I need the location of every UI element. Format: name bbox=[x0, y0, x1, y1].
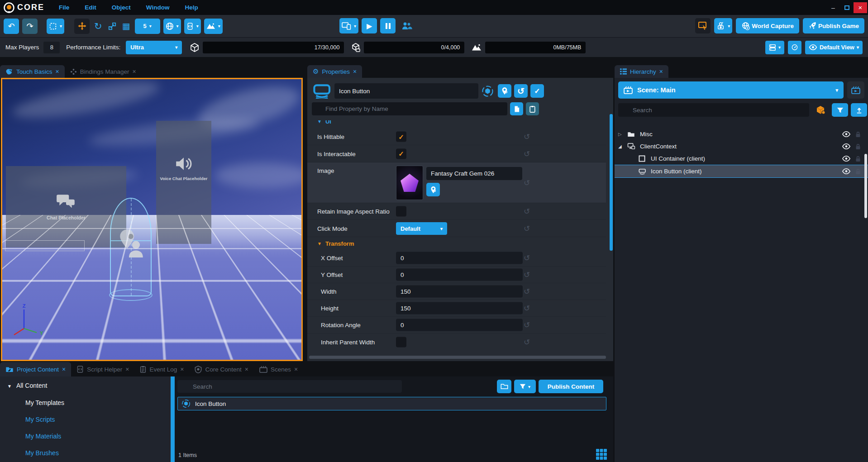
performance-limits-dropdown[interactable]: Ultra ▾ bbox=[126, 41, 182, 54]
tree-node-clientcontext[interactable]: ◢ ClientContext bbox=[615, 140, 868, 152]
copy-properties-button[interactable] bbox=[510, 102, 523, 115]
x-offset-field[interactable] bbox=[396, 252, 523, 264]
property-search-input[interactable] bbox=[312, 102, 507, 115]
hierarchy-search-input[interactable] bbox=[618, 103, 809, 117]
script-dropdown[interactable]: ▾ bbox=[184, 19, 201, 34]
lock-icon[interactable] bbox=[855, 156, 861, 162]
device-preview-dropdown[interactable]: ▾ bbox=[339, 18, 358, 33]
close-tab-icon[interactable]: × bbox=[294, 366, 298, 373]
sidebar-item-all-content[interactable]: ▼All Content bbox=[7, 382, 47, 389]
tab-core-content[interactable]: Core Content × bbox=[189, 362, 253, 376]
reset-property-icon[interactable]: ↺ bbox=[524, 304, 530, 313]
sidebar-item-my-brushes[interactable]: My Brushes bbox=[25, 449, 59, 457]
section-header-transform[interactable]: ▼ Transform bbox=[307, 237, 606, 250]
close-tab-icon[interactable]: × bbox=[353, 68, 357, 75]
content-filter-dropdown[interactable]: ▾ bbox=[514, 380, 536, 393]
tree-node-icon-button-selected[interactable]: Icon Button (client) bbox=[615, 165, 868, 178]
expand-open-icon[interactable]: ◢ bbox=[618, 144, 622, 149]
properties-horizontal-scrollbar[interactable] bbox=[309, 356, 606, 359]
reset-property-icon[interactable]: ↺ bbox=[524, 337, 530, 347]
collapse-export-button[interactable] bbox=[851, 103, 867, 117]
screen-select-button[interactable] bbox=[695, 18, 711, 33]
tab-properties[interactable]: ⚙ Properties × bbox=[307, 65, 362, 78]
scene-selector-dropdown[interactable]: Scene: Main ▾ bbox=[618, 81, 844, 99]
world-capture-button[interactable]: World Capture bbox=[736, 18, 799, 33]
reset-property-icon[interactable]: ↺ bbox=[524, 207, 530, 216]
grid-view-button[interactable] bbox=[596, 448, 607, 460]
tab-event-log[interactable]: Event Log × bbox=[134, 362, 189, 376]
server-view-dropdown[interactable]: ▾ bbox=[765, 41, 784, 54]
reset-property-icon[interactable]: ↺ bbox=[524, 287, 530, 296]
image-asset-thumbnail[interactable] bbox=[396, 166, 423, 200]
terrain-dropdown[interactable]: ▾ bbox=[204, 19, 223, 34]
image-pin-button[interactable] bbox=[426, 183, 440, 196]
import-folder-button[interactable] bbox=[497, 380, 511, 393]
click-mode-dropdown[interactable]: Default ▾ bbox=[396, 222, 447, 235]
reset-all-button[interactable]: ↺ bbox=[514, 84, 528, 98]
tab-script-helper[interactable]: Script Helper × bbox=[71, 362, 134, 376]
retain-aspect-checkbox[interactable]: ✓ bbox=[396, 206, 406, 217]
minimize-button[interactable]: – bbox=[826, 2, 840, 13]
close-tab-icon[interactable]: × bbox=[125, 366, 129, 373]
max-players-value[interactable]: 8 bbox=[43, 42, 60, 53]
expand-collapsed-icon[interactable]: ▷ bbox=[618, 132, 622, 137]
sidebar-item-my-materials[interactable]: My Materials bbox=[25, 433, 61, 440]
publish-game-button[interactable]: Publish Game bbox=[803, 18, 864, 33]
play-button[interactable]: ▶ bbox=[362, 18, 377, 33]
maximize-button[interactable] bbox=[840, 2, 854, 13]
lock-icon[interactable] bbox=[855, 131, 861, 138]
default-context-button[interactable] bbox=[813, 103, 829, 117]
reset-property-icon[interactable]: ↺ bbox=[524, 149, 530, 158]
visibility-eye-icon[interactable] bbox=[842, 143, 851, 149]
reset-property-icon[interactable]: ↺ bbox=[524, 224, 530, 233]
apply-button[interactable]: ✓ bbox=[530, 84, 544, 98]
menu-window[interactable]: Window bbox=[146, 4, 170, 11]
tab-project-content[interactable]: Project Content × bbox=[0, 362, 71, 376]
close-tab-icon[interactable]: × bbox=[245, 366, 248, 373]
snap-size-dropdown[interactable]: 5 ▾ bbox=[135, 19, 160, 34]
visibility-eye-icon[interactable] bbox=[842, 168, 851, 174]
tab-scenes[interactable]: Scenes × bbox=[254, 362, 303, 376]
spawn-point-capsule[interactable] bbox=[110, 198, 152, 296]
lock-icon[interactable] bbox=[855, 143, 861, 150]
viewport-3d-scene[interactable]: Chat Placeholder Voice Chat Placeholder … bbox=[2, 79, 301, 360]
scale-tool-icon[interactable] bbox=[107, 22, 118, 30]
width-field[interactable] bbox=[396, 286, 523, 298]
world-settings-dropdown[interactable]: ▾ bbox=[163, 19, 181, 34]
rotation-angle-field[interactable] bbox=[396, 319, 523, 331]
properties-vertical-scrollbar[interactable] bbox=[610, 114, 613, 251]
reset-property-icon[interactable]: ↺ bbox=[524, 253, 530, 263]
camera-capture-dropdown[interactable]: ▾ bbox=[714, 18, 732, 33]
move-tool-button[interactable] bbox=[74, 19, 90, 34]
hierarchy-filter-button[interactable] bbox=[832, 103, 848, 117]
is-interactable-checkbox[interactable]: ✓ bbox=[396, 148, 406, 159]
tree-node-ui-container[interactable]: UI Container (client) bbox=[615, 152, 868, 165]
height-field[interactable] bbox=[396, 302, 523, 314]
grid-snap-icon[interactable]: ▦ bbox=[121, 22, 132, 30]
content-item-icon-button[interactable]: Icon Button bbox=[177, 397, 606, 410]
paste-properties-button[interactable] bbox=[526, 102, 539, 115]
menu-help[interactable]: Help bbox=[185, 4, 198, 11]
close-tab-icon[interactable]: × bbox=[56, 68, 59, 75]
close-tab-icon[interactable]: × bbox=[62, 366, 66, 373]
menu-object[interactable]: Object bbox=[112, 4, 131, 11]
menu-file[interactable]: File bbox=[59, 4, 69, 11]
close-tab-icon[interactable]: × bbox=[659, 68, 663, 75]
redo-button[interactable]: ↷ bbox=[22, 19, 38, 34]
visibility-eye-icon[interactable] bbox=[842, 131, 851, 137]
sidebar-item-my-scripts[interactable]: My Scripts bbox=[25, 416, 55, 423]
close-tab-icon[interactable]: × bbox=[180, 366, 184, 373]
close-button[interactable]: × bbox=[854, 2, 867, 13]
reset-property-icon[interactable]: ↺ bbox=[524, 270, 530, 280]
image-asset-name-field[interactable] bbox=[426, 167, 522, 180]
tree-node-misc[interactable]: ▷ Misc bbox=[615, 128, 868, 140]
object-name-field[interactable] bbox=[334, 83, 478, 99]
publish-content-button[interactable]: Publish Content bbox=[539, 380, 603, 393]
tab-bindings-manager[interactable]: Bindings Manager × bbox=[65, 65, 142, 78]
menu-edit[interactable]: Edit bbox=[85, 4, 96, 11]
default-view-dropdown[interactable]: Default View ▾ bbox=[805, 41, 863, 54]
close-tab-icon[interactable]: × bbox=[133, 68, 136, 75]
inherit-parent-width-checkbox[interactable]: ✓ bbox=[396, 337, 406, 347]
tab-hierarchy[interactable]: Hierarchy × bbox=[615, 65, 668, 78]
hierarchy-scrollbar[interactable] bbox=[864, 154, 867, 218]
